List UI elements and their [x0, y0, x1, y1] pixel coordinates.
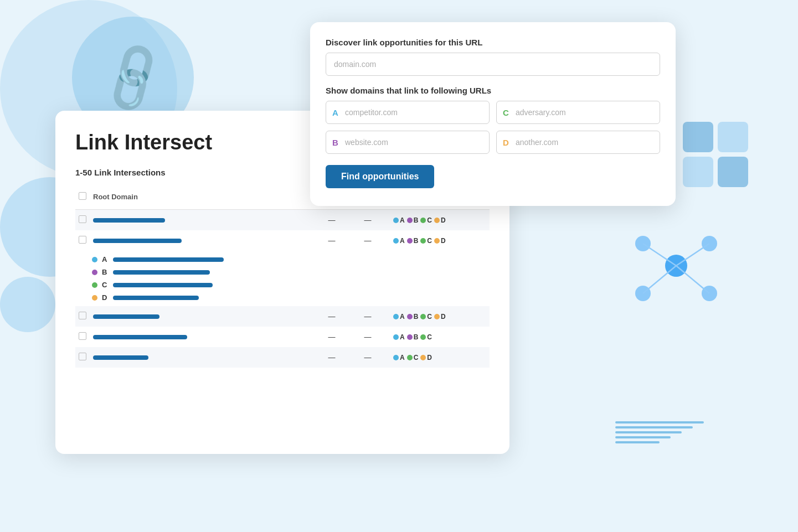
sub-dot-b [92, 270, 97, 275]
site-badge-b: B [407, 237, 419, 245]
blue-squares-decoration [683, 122, 748, 187]
domain-bar [93, 218, 165, 223]
site-badge-c: C [420, 237, 432, 245]
site-label-c: C [427, 237, 432, 245]
da-cell: — [318, 306, 346, 327]
row-checkbox[interactable] [79, 215, 86, 223]
site-label-c: C [427, 313, 432, 321]
site-badge-d: D [434, 216, 446, 224]
competitor-input-wrap-b: B [326, 131, 490, 154]
competitor-input-wrap-d: D [496, 131, 660, 154]
da-cell: — [318, 347, 346, 368]
sub-bar-a [113, 257, 224, 262]
site-label-d: D [441, 313, 446, 321]
sites-cell: ABCD [390, 306, 490, 327]
url-input[interactable] [326, 53, 660, 76]
blue-sq-4 [718, 157, 748, 187]
spam-cell: — [346, 347, 390, 368]
dot-d [420, 355, 426, 360]
sub-label-a: A [102, 255, 109, 264]
line-5 [615, 441, 660, 443]
svg-line-5 [643, 244, 676, 266]
sub-bar-c [113, 283, 213, 287]
site-badge-b: B [407, 216, 419, 224]
row-checkbox[interactable] [79, 236, 86, 244]
dot-d [434, 314, 440, 319]
competitor-letter-a: A [332, 108, 338, 117]
dot-b [407, 238, 413, 244]
dot-c [420, 238, 426, 244]
site-badge-d: D [434, 237, 446, 245]
bg-circle-3 [0, 277, 55, 332]
line-3 [615, 431, 682, 433]
domain-bar [93, 239, 182, 243]
da-cell: — [318, 327, 346, 347]
site-label-b: B [414, 216, 419, 224]
link-chain-icon: 🔗 [91, 37, 174, 118]
blue-sq-2 [718, 122, 748, 152]
site-label-d: D [427, 354, 432, 361]
site-label-a: A [400, 333, 405, 341]
site-badge-b: B [407, 313, 419, 321]
site-label-c: C [427, 333, 432, 341]
domain-bar-cell [90, 230, 251, 251]
dot-b [407, 314, 413, 319]
col-spacer [251, 184, 285, 210]
spacer1 [251, 210, 285, 231]
competitor-input-c[interactable] [496, 101, 660, 124]
row-checkbox[interactable] [79, 332, 86, 340]
da-cell: — [318, 210, 346, 231]
intersect-table: Root Domain DA Spam Score Sites that int… [75, 184, 490, 368]
table-row: ——ABC [75, 327, 490, 347]
find-opportunities-button[interactable]: Find opportunities [326, 165, 434, 188]
sub-bar-d [113, 296, 199, 300]
site-label-b: B [414, 333, 419, 341]
domain-bar-cell [90, 306, 251, 327]
site-badge-c: C [407, 354, 419, 361]
dot-b [407, 218, 413, 223]
competitor-input-a[interactable] [326, 101, 490, 124]
spacer1 [251, 306, 285, 327]
line-2 [615, 426, 693, 428]
sub-label-d: D [102, 293, 109, 302]
network-icon [621, 210, 732, 321]
domain-bar [93, 355, 148, 360]
site-badge-a: A [393, 333, 405, 341]
dot-a [393, 355, 399, 360]
table-row: ——ABCD [75, 306, 490, 327]
sub-dot-a [92, 257, 97, 262]
dot-d [434, 218, 440, 223]
spacer2 [285, 327, 318, 347]
sub-dot-c [92, 282, 97, 288]
url-section-label: Discover link opportunities for this URL [326, 38, 660, 47]
competitor-input-d[interactable] [496, 131, 660, 154]
site-badge-c: C [420, 333, 432, 341]
site-badge-b: B [407, 333, 419, 341]
sub-item-a: A [92, 253, 486, 266]
spacer1 [251, 347, 285, 368]
site-label-a: A [400, 216, 405, 224]
competitor-input-wrap-c: C [496, 101, 660, 124]
dot-a [393, 238, 399, 244]
header-checkbox[interactable] [79, 192, 86, 200]
row-checkbox[interactable] [79, 353, 86, 360]
sub-item-d: D [92, 291, 486, 304]
table-row: ——ABCD [75, 230, 490, 251]
spacer2 [285, 230, 318, 251]
sub-label-b: B [102, 268, 109, 276]
spacer2 [285, 347, 318, 368]
spam-cell: — [346, 327, 390, 347]
competitor-input-wrap-a: A [326, 101, 490, 124]
competitor-input-b[interactable] [326, 131, 490, 154]
dot-c [420, 314, 426, 319]
site-label-b: B [414, 313, 419, 321]
spacer1 [251, 230, 285, 251]
domain-bar [93, 314, 159, 319]
sites-cell: ABC [390, 327, 490, 347]
blue-sq-1 [683, 122, 713, 152]
row-checkbox[interactable] [79, 312, 86, 319]
competitor-letter-d: D [503, 138, 509, 147]
dot-b [407, 334, 413, 340]
table-row: ——ACD [75, 347, 490, 368]
site-label-d: D [441, 237, 446, 245]
